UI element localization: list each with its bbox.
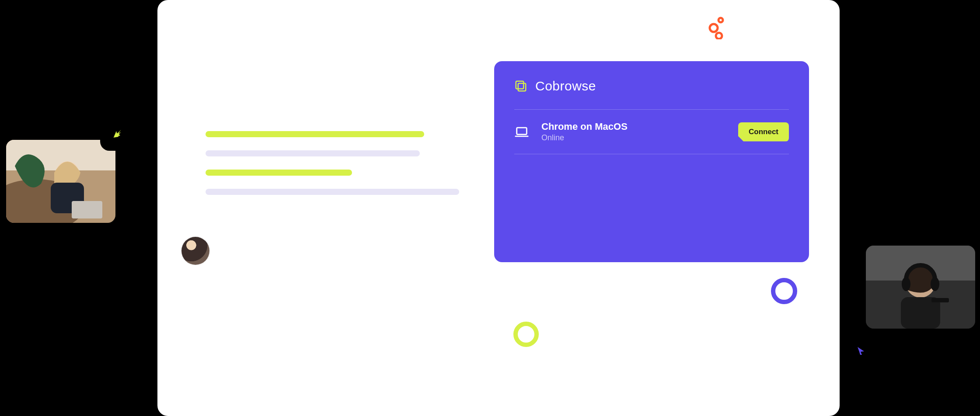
session-row: Chrome on MacOS Online Connect <box>514 110 789 154</box>
cobrowse-header: Cobrowse <box>514 79 789 110</box>
placeholder-line <box>206 131 424 137</box>
svg-rect-1 <box>518 83 526 91</box>
feature-panel: Cobrowse Chrome on MacOS Online Connect <box>157 0 840 416</box>
ring-green-icon <box>513 322 539 347</box>
svg-point-18 <box>931 277 939 291</box>
placeholder-line <box>206 150 420 156</box>
svg-point-4 <box>718 18 723 22</box>
svg-rect-0 <box>516 81 524 89</box>
session-text: Chrome on MacOS Online <box>541 121 726 142</box>
svg-marker-21 <box>858 347 864 355</box>
svg-rect-20 <box>931 298 949 302</box>
laptop-icon <box>514 125 529 139</box>
session-status: Online <box>541 133 726 142</box>
placeholder-line <box>206 189 459 195</box>
ring-purple-icon <box>771 278 797 304</box>
user-avatar <box>181 237 209 265</box>
svg-point-6 <box>716 33 722 39</box>
cursor-badge-customer <box>103 120 131 148</box>
placeholder-text-block <box>206 131 459 195</box>
connect-button[interactable]: Connect <box>738 122 789 142</box>
agent-thumbnail <box>866 246 975 329</box>
cobrowse-card: Cobrowse Chrome on MacOS Online Connect <box>494 61 809 262</box>
svg-point-17 <box>902 277 910 291</box>
deco-orange-icon <box>708 17 725 39</box>
cursor-arrow-purple-icon <box>855 345 866 356</box>
customer-thumbnail <box>6 140 115 223</box>
cursor-arrow-green-icon <box>112 128 122 139</box>
svg-point-5 <box>710 24 718 32</box>
cobrowse-title: Cobrowse <box>535 79 596 94</box>
cobrowse-logo-icon <box>514 80 527 93</box>
placeholder-line <box>206 170 352 176</box>
session-name: Chrome on MacOS <box>541 121 726 132</box>
svg-rect-12 <box>72 201 102 218</box>
svg-rect-2 <box>517 128 527 135</box>
cursor-badge-agent <box>847 336 875 364</box>
